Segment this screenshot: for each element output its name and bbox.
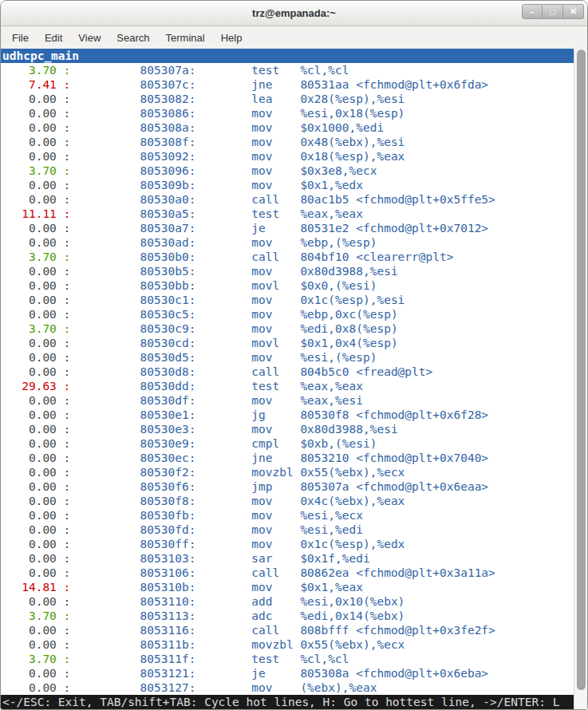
asm-row: 0.00 : 80530cd: movl $0x1,0x4(%esp): [1, 336, 574, 350]
asm-instruction: 80530b5: mov 0x80d3988,%esi: [70, 265, 397, 278]
asm-row: 0.00 : 8053127: mov (%ebx),%eax: [1, 680, 574, 695]
asm-instruction: 80530c1: mov 0x1c(%esp),%esi: [70, 294, 404, 306]
asm-row: 0.00 : 80530bb: movl $0x0,(%esi): [1, 278, 574, 293]
asm-instruction: 8053103: sar $0x1f,%edi: [70, 552, 369, 565]
asm-instruction: 80530ad: mov %ebp,(%esp): [70, 236, 377, 249]
asm-instruction: 8053092: mov 0x18(%esp),%eax: [70, 150, 404, 163]
sample-percent: 0.00 :: [1, 466, 70, 479]
asm-row: 0.00 : 805311b: movzbl 0x55(%ebx),%ecx: [1, 637, 574, 652]
asm-instruction: 8053082: lea 0x28(%esp),%esi: [70, 93, 404, 105]
asm-instruction: 80530c5: mov %ebp,0xc(%esp): [70, 308, 397, 321]
asm-instruction: 80530cd: movl $0x1,0x4(%esp): [70, 337, 397, 349]
asm-instruction: 8053113: adc %edi,0x14(%ebx): [70, 609, 404, 622]
sample-percent: 0.00 :: [1, 495, 70, 507]
asm-row: 0.00 : 80530f6: jmp 805307a <fchmod@plt+…: [1, 479, 574, 494]
asm-row: 0.00 : 80530c5: mov %ebp,0xc(%esp): [1, 307, 574, 321]
sample-percent: 0.00 :: [1, 566, 70, 579]
asm-instruction: 8053086: mov %esi,0x18(%esp): [70, 107, 404, 120]
menu-file[interactable]: File: [4, 26, 37, 49]
asm-row: 29.63 : 80530dd: test %eax,%eax: [1, 379, 574, 393]
sample-percent: 0.00 :: [1, 638, 70, 651]
asm-instruction: 8053096: mov $0x3e8,%ecx: [70, 164, 377, 177]
asm-instruction: 80530f6: jmp 805307a <fchmod@plt+0x6eaa>: [70, 480, 488, 493]
menu-search[interactable]: Search: [109, 26, 157, 49]
asm-row: 0.00 : 80530e3: mov 0x80d3988,%esi: [1, 422, 574, 436]
minimize-button[interactable]: –: [522, 4, 543, 19]
sample-percent: 7.41 :: [1, 78, 70, 91]
sample-percent: 0.00 :: [1, 667, 70, 680]
sample-percent: 0.00 :: [1, 365, 70, 378]
asm-row: 0.00 : 805308a: mov $0x1000,%edi: [1, 120, 574, 135]
asm-instruction: 805308a: mov $0x1000,%edi: [70, 121, 384, 134]
minimize-icon: –: [530, 7, 535, 17]
asm-row: 0.00 : 80530b5: mov 0x80d3988,%esi: [1, 264, 574, 278]
sample-percent: 0.00 :: [1, 193, 70, 206]
asm-instruction: 80530d5: mov %esi,(%esp): [70, 351, 377, 364]
asm-row: 0.00 : 80530fd: mov %esi,%edi: [1, 523, 574, 537]
asm-row: 0.00 : 8053103: sar $0x1f,%edi: [1, 551, 574, 566]
asm-instruction: 80530f2: movzbl 0x55(%ebx),%ecx: [70, 466, 404, 479]
asm-row: 0.00 : 80530d5: mov %esi,(%esp): [1, 350, 574, 365]
asm-row: 0.00 : 80530c1: mov 0x1c(%esp),%esi: [1, 293, 574, 307]
asm-row: 3.70 : 8053113: adc %edi,0x14(%ebx): [1, 609, 574, 623]
asm-row: 0.00 : 805309b: mov $0x1,%edx: [1, 178, 574, 192]
close-button[interactable]: ✕: [563, 4, 584, 19]
asm-row: 0.00 : 8053116: call 808bfff <fchmod@plt…: [1, 623, 574, 637]
asm-row: 0.00 : 80530f8: mov 0x4c(%ebx),%eax: [1, 494, 574, 508]
asm-instruction: 80530e3: mov 0x80d3988,%esi: [70, 423, 397, 436]
asm-row: 0.00 : 80530df: mov %eax,%esi: [1, 393, 574, 408]
asm-row: 3.70 : 80530c9: mov %edi,0x8(%esp): [1, 321, 574, 336]
asm-instruction: 80530ff: mov 0x1c(%esp),%edx: [70, 538, 404, 550]
asm-row: 0.00 : 80530e9: cmpl $0xb,(%esi): [1, 436, 574, 451]
sample-percent: 0.00 :: [1, 337, 70, 349]
sample-percent: 0.00 :: [1, 480, 70, 493]
asm-instruction: 80530c9: mov %edi,0x8(%esp): [70, 322, 397, 335]
terminal-content: udhcpc_main 3.70 : 805307a: test %cl,%cl…: [1, 49, 587, 709]
menu-terminal[interactable]: Terminal: [158, 26, 213, 49]
sample-percent: 0.00 :: [1, 509, 70, 522]
asm-row: 7.41 : 805307c: jne 80531aa <fchmod@plt+…: [1, 77, 574, 92]
titlebar[interactable]: trz@empanada:~ – □ ✕: [1, 1, 587, 26]
asm-row: 0.00 : 80530ff: mov 0x1c(%esp),%edx: [1, 537, 574, 551]
maximize-icon: □: [550, 7, 555, 17]
asm-instruction: 80530e9: cmpl $0xb,(%esi): [70, 437, 377, 450]
asm-instruction: 8053127: mov (%ebx),%eax: [70, 681, 377, 694]
asm-row: 0.00 : 8053082: lea 0x28(%esp),%esi: [1, 92, 574, 106]
sample-percent: 0.00 :: [1, 93, 70, 105]
asm-instruction: 80530bb: movl $0x0,(%esi): [70, 279, 377, 292]
maximize-button[interactable]: □: [543, 4, 563, 19]
helpline: <-/ESC: Exit, TAB/shift+TAB: Cycle hot l…: [1, 695, 574, 709]
asm-listing: 3.70 : 805307a: test %cl,%cl 7.41 : 8053…: [1, 63, 574, 695]
menu-edit[interactable]: Edit: [37, 26, 70, 49]
sample-percent: 0.00 :: [1, 150, 70, 163]
asm-instruction: 80530fb: mov %esi,%ecx: [70, 509, 363, 522]
scrollbar[interactable]: [574, 49, 587, 709]
asm-instruction: 80530a5: test %eax,%eax: [70, 207, 363, 220]
asm-instruction: 805307c: jne 80531aa <fchmod@plt+0x6fda>: [70, 78, 488, 91]
scrollbar-thumb[interactable]: [577, 49, 586, 690]
asm-instruction: 8053110: add %esi,0x10(%ebx): [70, 595, 404, 608]
sample-percent: 14.81 :: [1, 581, 70, 594]
menu-help[interactable]: Help: [213, 26, 251, 49]
asm-instruction: 80530b0: call 804bf10 <clearerr@plt>: [70, 250, 453, 263]
sample-percent: 0.00 :: [1, 437, 70, 450]
sample-percent: 0.00 :: [1, 265, 70, 278]
asm-instruction: 80530e1: jg 80530f8 <fchmod@plt+0x6f28>: [70, 408, 488, 421]
sample-percent: 3.70 :: [1, 64, 70, 77]
window-controls: – □ ✕: [522, 4, 584, 19]
sample-percent: 0.00 :: [1, 136, 70, 148]
asm-row: 3.70 : 8053096: mov $0x3e8,%ecx: [1, 164, 574, 178]
sample-percent: 0.00 :: [1, 308, 70, 321]
sample-percent: 0.00 :: [1, 538, 70, 550]
asm-row: 0.00 : 8053110: add %esi,0x10(%ebx): [1, 594, 574, 609]
sample-percent: 0.00 :: [1, 279, 70, 292]
asm-instruction: 80530df: mov %eax,%esi: [70, 394, 363, 407]
menu-view[interactable]: View: [70, 26, 109, 49]
asm-row: 0.00 : 8053086: mov %esi,0x18(%esp): [1, 106, 574, 120]
asm-instruction: 805310b: mov $0x1,%eax: [70, 581, 363, 594]
sample-percent: 0.00 :: [1, 595, 70, 608]
asm-instruction: 80530ec: jne 8053210 <fchmod@plt+0x7040>: [70, 452, 488, 464]
sample-percent: 0.00 :: [1, 294, 70, 306]
sample-percent: 0.00 :: [1, 236, 70, 249]
sample-percent: 0.00 :: [1, 523, 70, 536]
